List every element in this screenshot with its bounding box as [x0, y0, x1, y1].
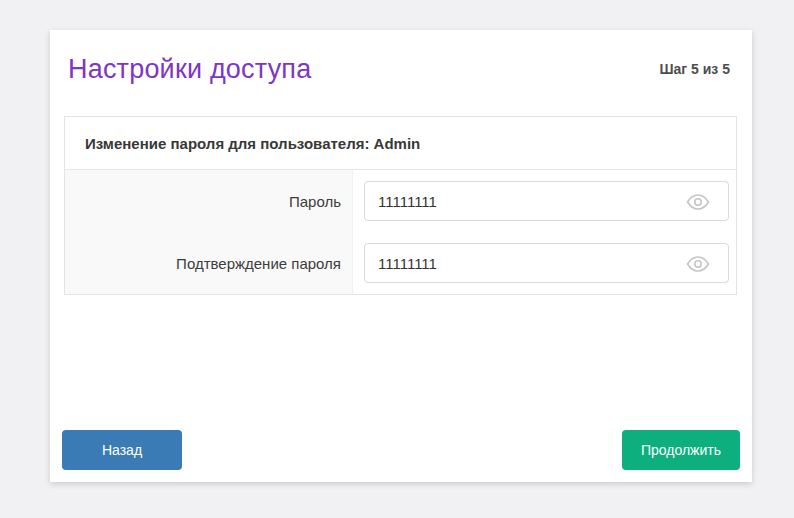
password-label: Пароль — [289, 193, 341, 210]
password-confirm-label: Подтверждение пароля — [176, 255, 341, 272]
password-confirm-row: Подтверждение пароля — [65, 232, 736, 294]
password-visibility-toggle[interactable] — [686, 193, 710, 211]
password-confirm-input[interactable] — [364, 243, 729, 283]
form-section-header: Изменение пароля для пользователя: Admin — [65, 117, 736, 170]
password-confirm-input-cell — [353, 232, 736, 294]
form-section-title: Изменение пароля для пользователя: Admin — [85, 135, 420, 152]
footer-button-row: Назад Продолжить — [50, 430, 752, 470]
page-title: Настройки доступа — [68, 52, 311, 86]
password-row: Пароль — [65, 170, 736, 232]
password-form-box: Изменение пароля для пользователя: Admin… — [64, 116, 737, 295]
password-label-cell: Пароль — [65, 170, 353, 232]
password-input-cell — [353, 170, 736, 232]
settings-card: Настройки доступа Шаг 5 из 5 Изменение п… — [50, 30, 752, 482]
title-row: Настройки доступа Шаг 5 из 5 — [50, 30, 752, 86]
eye-icon — [686, 199, 710, 214]
password-confirm-label-cell: Подтверждение пароля — [65, 232, 353, 294]
step-indicator: Шаг 5 из 5 — [660, 61, 731, 77]
password-confirm-visibility-toggle[interactable] — [686, 255, 710, 273]
continue-button[interactable]: Продолжить — [622, 430, 740, 470]
back-button[interactable]: Назад — [62, 430, 182, 470]
password-input[interactable] — [364, 181, 729, 221]
eye-icon — [686, 261, 710, 276]
